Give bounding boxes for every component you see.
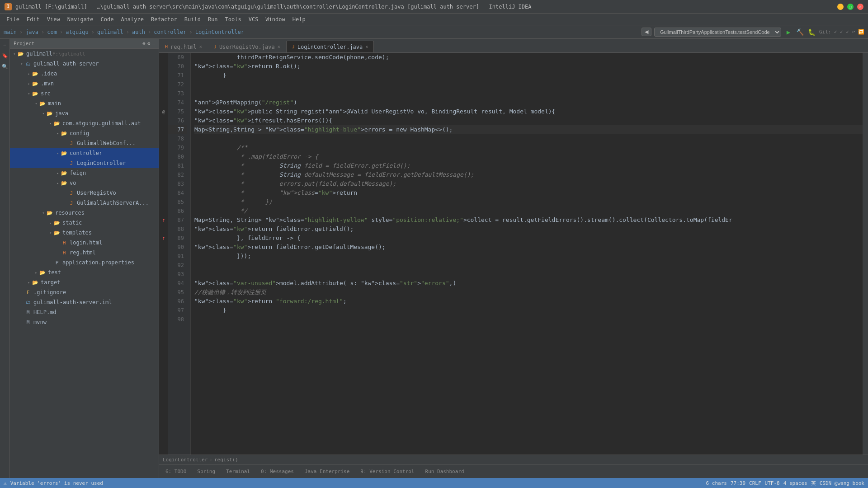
menu-item-tools[interactable]: Tools	[222, 15, 245, 24]
tab-UserRegistVo-java[interactable]: JUserRegistVo.java×	[208, 41, 286, 52]
tree-item-application-properties[interactable]: Papplication.properties	[10, 258, 159, 267]
nav-controls: ◀ GulimallThirdPartyApplicationTests.tes…	[642, 28, 864, 37]
bottom-tab-Spring[interactable]: Spring	[194, 468, 218, 475]
tree-item-com-atguigu-gulimall-aut[interactable]: ▾📂com.atguigu.gulimall.aut	[10, 118, 159, 128]
menu-item-build[interactable]: Build	[181, 15, 204, 24]
tree-item-resources[interactable]: ▾📂resources	[10, 208, 159, 218]
breadcrumb-controller[interactable]: controller	[154, 29, 186, 35]
find-icon[interactable]: 🔍	[1, 62, 9, 70]
minimize-button[interactable]: –	[837, 4, 844, 10]
tree-item-java[interactable]: ▾📂java	[10, 108, 159, 118]
code-content[interactable]: thirdPartReignService.sendCode(phone,cod…	[191, 53, 863, 455]
nav-back-button[interactable]: ◀	[642, 28, 651, 36]
tree-item-static[interactable]: ▸📂static	[10, 218, 159, 228]
code-line-84: * "kw">class="kw">return	[194, 188, 863, 197]
line-number-94: 94	[168, 279, 187, 288]
menu-item-vcs[interactable]: VCS	[245, 15, 262, 24]
tree-item-templates[interactable]: ▾📂templates	[10, 228, 159, 238]
tree-item-test[interactable]: ▸📂test	[10, 267, 159, 277]
tree-item-reg-html[interactable]: Hreg.html	[10, 248, 159, 258]
structure-icon[interactable]: ≡	[1, 41, 9, 49]
breadcrumb-auth[interactable]: auth	[132, 29, 145, 35]
tree-item-mvnw[interactable]: Mmvnw	[10, 317, 159, 327]
tree-item-main[interactable]: ▾📂main	[10, 99, 159, 108]
folder-icon: 📂	[53, 229, 61, 236]
menu-item-edit[interactable]: Edit	[23, 15, 43, 24]
tab-close-button[interactable]: ×	[199, 44, 202, 49]
menu-item-run[interactable]: Run	[204, 15, 222, 24]
breadcrumb-main[interactable]: main	[4, 29, 17, 35]
tree-item-gulimall-auth-server-iml[interactable]: 🗂gulimall-auth-server.iml	[10, 297, 159, 307]
tab-LoginController-java[interactable]: JLoginController.java×	[286, 41, 374, 52]
run-button[interactable]: ▶	[784, 28, 793, 37]
tree-item-LoginController[interactable]: JLoginController	[10, 158, 159, 168]
menu-item-window[interactable]: Window	[262, 15, 288, 24]
tree-item-GulimallWebConf---[interactable]: JGulimallWebConf...	[10, 138, 159, 148]
code-editor[interactable]: @↑↑ 697071727374757677787980818283848586…	[159, 53, 868, 455]
menu-item-refactor[interactable]: Refactor	[147, 15, 181, 24]
bottom-tab-Run-Dashboard[interactable]: Run Dashboard	[423, 468, 467, 475]
menu-item-view[interactable]: View	[43, 15, 64, 24]
tree-item-src[interactable]: ▾📂src	[10, 89, 159, 99]
maximize-button[interactable]: □	[847, 4, 854, 10]
tab-close-button[interactable]: ×	[278, 44, 280, 49]
bottom-tab-Java-Enterprise[interactable]: Java Enterprise	[302, 468, 352, 475]
tree-label: GulimallWebConf...	[77, 140, 136, 146]
tree-arrow: ▾	[48, 121, 53, 126]
tree-label: .idea	[41, 70, 57, 77]
tree-item-controller[interactable]: ▾📂controller	[10, 148, 159, 158]
tree-arrow	[48, 260, 53, 265]
gutter-line-94	[159, 279, 168, 288]
tree-item-vo[interactable]: ▸📂vo	[10, 178, 159, 188]
line-number-91: 91	[168, 252, 187, 261]
bottom-tab-6--TODO[interactable]: 6: TODO	[163, 468, 189, 475]
menu-item-code[interactable]: Code	[97, 15, 118, 24]
tree-item-feign[interactable]: ▸📂feign	[10, 168, 159, 178]
tab-file-icon: J	[214, 44, 217, 49]
code-line-79: /**	[194, 143, 863, 152]
bottom-tab-Terminal[interactable]: Terminal	[223, 468, 253, 475]
folder-icon: 📂	[32, 279, 39, 286]
menu-item-analyze[interactable]: Analyze	[117, 15, 147, 24]
tree-item-target[interactable]: ▸📂target	[10, 277, 159, 287]
tree-item-login-html[interactable]: Hlogin.html	[10, 238, 159, 248]
bottom-tab-0--Messages[interactable]: 0: Messages	[258, 468, 297, 475]
gutter-line-97	[159, 306, 168, 315]
tree-item-UserRegistVo[interactable]: JUserRegistVo	[10, 188, 159, 198]
bottom-tab-9--Version-Control[interactable]: 9: Version Control	[358, 468, 417, 475]
tree-item-config[interactable]: ▸📂config	[10, 128, 159, 138]
tree-item-gulimall[interactable]: ▾📂gulimall F:\gulimall	[10, 49, 159, 59]
breadcrumb-atguigu[interactable]: atguigu	[66, 29, 89, 35]
gutter-line-93	[159, 270, 168, 279]
run-config-dropdown[interactable]: GulimallThirdPartyApplicationTests.testS…	[654, 28, 781, 37]
tab-file-icon: J	[292, 44, 295, 49]
tree-label: gulimall	[26, 51, 52, 57]
folder-icon: 📂	[61, 130, 68, 137]
project-expand-icon[interactable]: ⊕	[142, 41, 146, 47]
bookmarks-icon[interactable]: 🔖	[1, 52, 9, 60]
close-button[interactable]: ×	[857, 4, 863, 10]
project-settings-icon[interactable]: ⚙	[147, 41, 151, 47]
breadcrumb-com[interactable]: com	[47, 29, 57, 35]
line-number-77: 77	[168, 125, 187, 134]
breadcrumb-LoginController[interactable]: LoginController	[195, 29, 244, 35]
line-number-96: 96	[168, 297, 187, 306]
build-button[interactable]: 🔨	[796, 28, 805, 37]
tree-item-HELP-md[interactable]: MHELP.md	[10, 307, 159, 317]
tree-item-GulimallAuthServerA---[interactable]: JGulimallAuthServerA...	[10, 198, 159, 208]
tree-item--gitignore[interactable]: F.gitignore	[10, 287, 159, 297]
breadcrumb-gulimall[interactable]: gulimall	[97, 29, 123, 35]
tab-reg-html[interactable]: Hreg.html×	[159, 41, 208, 52]
menu-item-navigate[interactable]: Navigate	[64, 15, 97, 24]
code-line-83: * errors.put(field,defaultMessage);	[194, 179, 863, 188]
tab-close-button[interactable]: ×	[365, 44, 368, 49]
tree-item--mvn[interactable]: ▸📂.mvn	[10, 79, 159, 89]
breadcrumb-java[interactable]: java	[25, 29, 38, 35]
tree-item-gulimall-auth-server[interactable]: ▾🗂gulimall-auth-server	[10, 59, 159, 69]
menu-item-help[interactable]: Help	[289, 15, 309, 24]
menu-item-file[interactable]: File	[3, 15, 23, 24]
project-close-icon[interactable]: –	[152, 41, 155, 47]
tree-item--idea[interactable]: ▸📂.idea	[10, 69, 159, 79]
code-line-82: * String defaultMessage = fieldError.get…	[194, 170, 863, 179]
debug-button[interactable]: 🐛	[807, 28, 816, 37]
